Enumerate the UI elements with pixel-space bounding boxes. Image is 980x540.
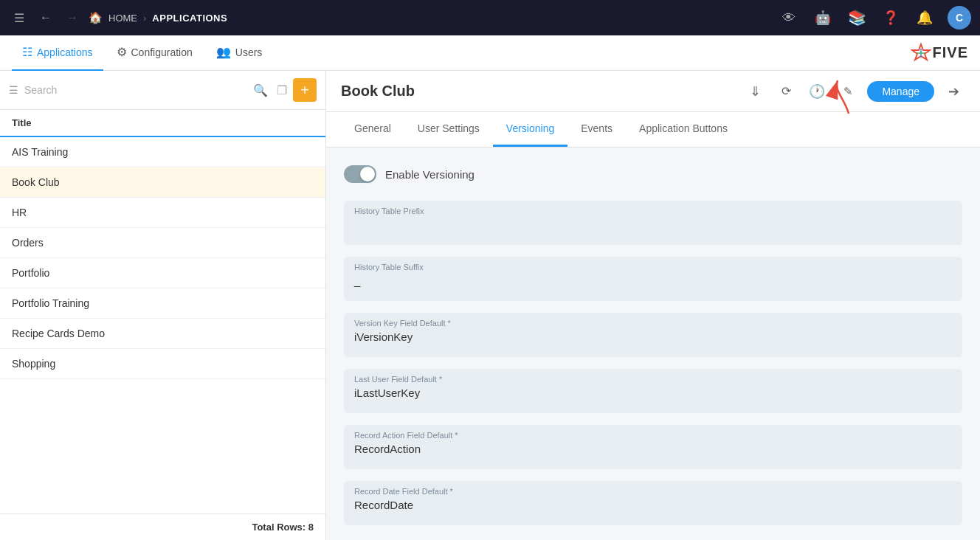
enable-versioning-toggle[interactable] [344,165,376,183]
list-item[interactable]: AIS Training [0,136,325,167]
field-value-lastUserFieldDefault: iLastUserKey [354,387,952,399]
manage-button[interactable]: Manage [867,81,934,102]
list-item[interactable]: Orders [0,228,325,258]
field-label-recordActionFieldDefault: Record Action Field Default * [354,431,952,440]
breadcrumb: 🏠 HOME › APPLICATIONS [89,11,227,24]
sidebar-table: Title AIS TrainingBook ClubHROrdersPortf… [0,110,325,513]
home-icon: 🏠 [89,11,103,24]
users-icon: 👥 [216,45,231,59]
field-historyTableSuffix: History Table Suffix_ [344,257,962,301]
forward-icon[interactable]: → [62,7,83,28]
sub-nav-users[interactable]: 👥 Users [206,35,273,71]
sidebar-search-bar: ☰ 🔍 ❐ + [0,71,325,110]
search-icon: 🔍 [253,83,268,97]
robot-icon[interactable]: 🤖 [812,7,834,29]
sub-nav-applications[interactable]: ☷ Applications [12,35,103,71]
applications-label: Applications [37,46,93,58]
tab-versioning[interactable]: Versioning [493,112,567,147]
configuration-icon: ⚙ [117,45,127,59]
menu-icon[interactable]: ☰ [9,7,30,28]
tab-events[interactable]: Events [567,112,626,147]
breadcrumb-sep: › [143,13,146,24]
sidebar-footer: Total Rows: 8 [0,513,325,540]
sidebar: ☰ 🔍 ❐ + Title AIS TrainingBook ClubHROrd… [0,71,326,540]
enable-versioning-row: Enable Versioning [344,165,962,183]
red-arrow-annotation [819,77,856,124]
column-title: Title [0,110,325,136]
content-header: Book Club ⇓ ⟳ 🕐 ✎ Manage ➔ [326,71,980,112]
field-value-historyTableSuffix: _ [354,274,952,287]
expand-icon[interactable]: ❐ [277,83,287,97]
field-value-recordDateFieldDefault: RecordDate [354,499,952,511]
enable-versioning-label: Enable Versioning [385,168,475,181]
five-logo-icon [911,43,931,63]
tab-applicationButtons[interactable]: Application Buttons [626,112,741,147]
versioning-fields: History Table PrefixHistory Table Suffix… [344,201,962,525]
breadcrumb-home[interactable]: HOME [108,13,137,24]
eye-icon[interactable]: 👁 [778,7,800,29]
applications-grid-icon: ☷ [22,45,32,59]
user-avatar[interactable]: C [948,6,971,30]
top-nav-right: 👁 🤖 📚 ❓ 🔔 C [778,6,971,30]
content-title: Book Club [341,83,734,100]
refresh-icon[interactable]: ⟳ [774,80,798,103]
tab-userSettings[interactable]: User Settings [404,112,493,147]
form-content: Enable Versioning History Table PrefixHi… [326,148,980,540]
tab-general[interactable]: General [341,112,404,147]
configuration-label: Configuration [131,46,193,58]
breadcrumb-current: APPLICATIONS [152,13,227,24]
users-label: Users [235,46,263,58]
content-area: Book Club ⇓ ⟳ 🕐 ✎ Manage ➔ GeneralUser S… [326,71,980,540]
field-label-lastUserFieldDefault: Last User Field Default * [354,375,952,384]
list-item[interactable]: Shopping [0,349,325,379]
field-recordDateFieldDefault: Record Date Field Default *RecordDate [344,481,962,525]
list-item[interactable]: Book Club [0,167,325,198]
field-label-versionKeyFieldDefault: Version Key Field Default * [354,319,952,328]
list-item[interactable]: Recipe Cards Demo [0,319,325,349]
sub-navigation: ☷ Applications ⚙ Configuration 👥 Users F… [0,35,980,71]
field-recordActionFieldDefault: Record Action Field Default *RecordActio… [344,425,962,469]
field-value-versionKeyFieldDefault: iVersionKey [354,330,952,343]
help-icon[interactable]: ❓ [880,7,902,29]
content-tabs: GeneralUser SettingsVersioningEventsAppl… [326,112,980,148]
field-label-historyTableSuffix: History Table Suffix [354,263,952,271]
book-icon[interactable]: 📚 [846,7,868,29]
list-item[interactable]: Portfolio [0,258,325,288]
five-text: FIVE [933,44,968,61]
field-value-recordActionFieldDefault: RecordAction [354,443,952,455]
sub-nav-configuration[interactable]: ⚙ Configuration [106,35,203,71]
five-logo-container: FIVE [911,43,968,63]
field-lastUserFieldDefault: Last User Field Default *iLastUserKey [344,369,962,413]
download-icon[interactable]: ⇓ [743,80,767,103]
main-layout: ☰ 🔍 ❐ + Title AIS TrainingBook ClubHROrd… [0,71,980,540]
top-navigation: ☰ ← → 🏠 HOME › APPLICATIONS 👁 🤖 📚 ❓ 🔔 C [0,0,980,35]
field-versionKeyFieldDefault: Version Key Field Default *iVersionKey [344,313,962,357]
back-icon[interactable]: ← [35,7,56,28]
list-item[interactable]: HR [0,198,325,228]
back-button[interactable]: ➔ [942,80,965,103]
five-logo: FIVE [911,43,968,63]
filter-icon: ☰ [9,84,18,96]
search-input[interactable] [24,84,247,96]
toggle-knob [360,167,375,181]
list-item[interactable]: Portfolio Training [0,288,325,319]
field-label-historyTablePrefix: History Table Prefix [354,207,952,215]
bell-icon[interactable]: 🔔 [914,7,936,29]
field-historyTablePrefix: History Table Prefix [344,201,962,245]
add-button[interactable]: + [293,78,317,102]
field-label-recordDateFieldDefault: Record Date Field Default * [354,487,952,496]
